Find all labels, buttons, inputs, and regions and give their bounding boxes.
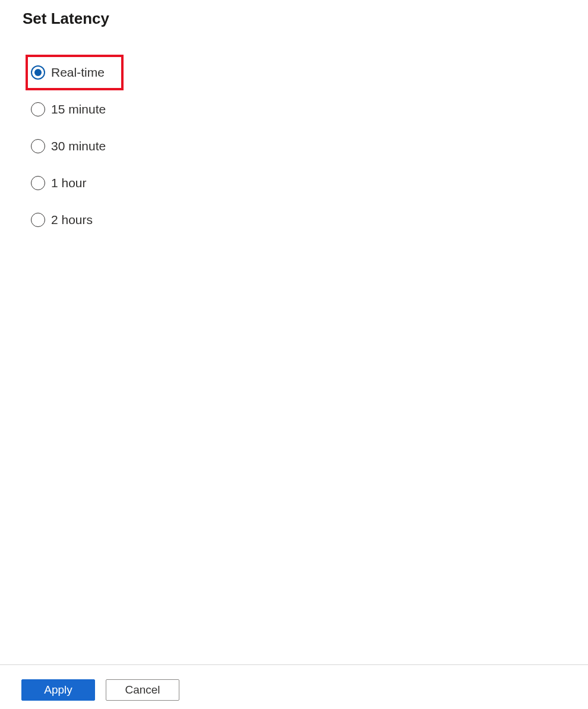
radio-icon (31, 139, 45, 153)
radio-label: 2 hours (51, 213, 93, 227)
latency-radio-group: Real-time 15 minute 30 minute 1 hour 2 h… (31, 65, 124, 250)
radio-option-2-hours[interactable]: 2 hours (31, 213, 124, 227)
radio-label: 30 minute (51, 139, 106, 153)
radio-label: 1 hour (51, 176, 87, 190)
radio-icon (31, 102, 45, 116)
radio-label: 15 minute (51, 102, 106, 116)
radio-label: Real-time (51, 65, 105, 80)
radio-option-30-minute[interactable]: 30 minute (31, 139, 124, 153)
radio-option-1-hour[interactable]: 1 hour (31, 176, 124, 190)
dialog-footer: Apply Cancel (0, 664, 588, 709)
apply-button[interactable]: Apply (21, 679, 95, 701)
radio-option-real-time[interactable]: Real-time (26, 55, 124, 90)
radio-icon (31, 176, 45, 190)
radio-option-15-minute[interactable]: 15 minute (31, 102, 124, 116)
radio-icon (31, 65, 45, 80)
radio-inner-dot-icon (34, 69, 42, 76)
radio-icon (31, 213, 45, 227)
cancel-button[interactable]: Cancel (106, 679, 179, 701)
page-title: Set Latency (23, 10, 109, 28)
